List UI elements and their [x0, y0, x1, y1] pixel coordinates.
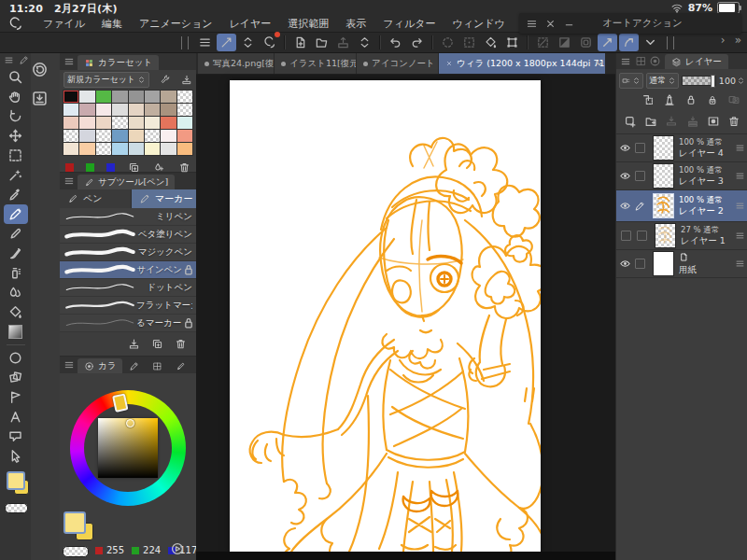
- brush-item-0[interactable]: ミリペン: [60, 208, 196, 226]
- delete-brush-icon[interactable]: [175, 338, 187, 350]
- toolbar-csp-button[interactable]: [260, 34, 279, 51]
- color-swatch-35[interactable]: [112, 143, 127, 155]
- layer-row-2[interactable]: 100 % 通常レイヤー 2: [616, 190, 747, 222]
- document-tab-0[interactable]: 写真24.png[復: [198, 53, 274, 74]
- color-swatch-10[interactable]: [96, 104, 111, 116]
- visibility-eye-icon[interactable]: [619, 170, 631, 182]
- blend-mode-select[interactable]: 通常: [646, 73, 679, 89]
- toolbar-chevdown-button[interactable]: [641, 34, 660, 51]
- toolbar-drag-handle[interactable]: [181, 36, 189, 49]
- brush-item-6[interactable]: るマーカー 文字用: [60, 315, 196, 332]
- layer-thumbnail[interactable]: [653, 163, 674, 189]
- menu-icon[interactable]: [63, 56, 75, 67]
- save-button[interactable]: [31, 90, 49, 107]
- tab-color-wheel[interactable]: カラ: [78, 358, 122, 373]
- color-swatch-15[interactable]: [177, 104, 192, 116]
- color-swatch-6[interactable]: [161, 91, 176, 103]
- tool-frame[interactable]: [4, 368, 28, 387]
- thumbnail-size-select[interactable]: [619, 73, 643, 89]
- layer-menu-icon[interactable]: [735, 259, 745, 269]
- delete-swatch-icon[interactable]: [178, 161, 190, 174]
- tool-rotate-view[interactable]: [4, 106, 28, 126]
- tool-eyedropper[interactable]: [4, 185, 28, 204]
- opacity-value[interactable]: 100: [719, 76, 745, 86]
- color-swatch-24[interactable]: [63, 130, 78, 142]
- toolbar-menu-button[interactable]: [195, 34, 215, 51]
- layer-row-4[interactable]: 用紙: [616, 250, 747, 278]
- clip-icon[interactable]: [641, 93, 655, 106]
- color-swatch-30[interactable]: [161, 130, 176, 142]
- opacity-slider[interactable]: [682, 76, 716, 86]
- foreground-color-swatch[interactable]: [7, 471, 25, 490]
- menu-icon[interactable]: [63, 359, 75, 371]
- maskcircle-icon[interactable]: [707, 115, 720, 128]
- color-swatch-33[interactable]: [79, 143, 94, 155]
- color-swatch-20[interactable]: [129, 117, 144, 129]
- layer-thumbnail[interactable]: [655, 223, 676, 248]
- merge-icon[interactable]: [686, 115, 699, 128]
- toolbar-selborder-button[interactable]: [576, 34, 596, 51]
- tool-figure[interactable]: [4, 348, 28, 368]
- layer-menu-icon[interactable]: [735, 143, 745, 153]
- layer-property-tab-icon[interactable]: [635, 55, 647, 67]
- menu-item-4[interactable]: 選択範囲: [279, 17, 337, 31]
- color-swatch-0[interactable]: [63, 91, 78, 103]
- color-swatch-18[interactable]: [96, 117, 111, 129]
- brush-item-2[interactable]: マジックペン: [60, 244, 196, 261]
- color-swatch-38[interactable]: [161, 143, 176, 155]
- tab-color-set[interactable]: カラーセット: [78, 55, 159, 70]
- maskoff-icon[interactable]: [727, 93, 740, 106]
- color-swatch-8[interactable]: [63, 104, 78, 116]
- layer-checkbox[interactable]: [635, 143, 645, 153]
- toolbar-invsel-button[interactable]: [555, 34, 574, 51]
- color-swatch-36[interactable]: [129, 143, 144, 155]
- tool-ruler[interactable]: [4, 387, 28, 407]
- menu-item-5[interactable]: 表示: [337, 17, 374, 31]
- color-swatch-4[interactable]: [129, 91, 144, 103]
- toolbar-penline-button[interactable]: [217, 34, 236, 51]
- close-icon[interactable]: [544, 18, 557, 30]
- tool-move-layer[interactable]: [4, 126, 28, 146]
- tool-operate[interactable]: [4, 446, 28, 466]
- color-swatch-32[interactable]: [63, 143, 78, 155]
- toolbar-snapcurve-button[interactable]: [619, 34, 639, 51]
- layer-thumbnail[interactable]: [653, 135, 674, 161]
- layer-checkbox[interactable]: [637, 231, 647, 241]
- duplicate-brush-icon[interactable]: [151, 338, 163, 350]
- menu-icon[interactable]: [526, 18, 538, 30]
- color-swatch-11[interactable]: [112, 104, 127, 116]
- color-swatch-5[interactable]: [145, 91, 160, 103]
- toolbar-newdoc-button[interactable]: [290, 34, 310, 51]
- alphalock-icon[interactable]: [706, 93, 719, 106]
- quick-swatch-2[interactable]: [106, 163, 115, 172]
- toolbar-undo-button[interactable]: [386, 34, 405, 51]
- trash-icon[interactable]: [727, 115, 740, 128]
- auto-action-panel-titlebar[interactable]: オートアクション: [519, 13, 741, 34]
- transfer-icon[interactable]: [665, 115, 678, 128]
- toolbar-redo-button[interactable]: [407, 34, 427, 51]
- tool-brush[interactable]: [4, 244, 28, 263]
- menu-icon[interactable]: [63, 175, 75, 187]
- tab-subtool-pen[interactable]: サブツール[ペン]: [78, 175, 175, 189]
- tool-balloon[interactable]: [4, 427, 28, 446]
- toolbar-snapline-button[interactable]: [598, 34, 617, 51]
- tool-selection[interactable]: [4, 146, 28, 165]
- menu-item-3[interactable]: レイヤー: [221, 17, 280, 31]
- visibility-eye-icon[interactable]: [619, 200, 631, 212]
- toolbar-chevrons-button[interactable]: [355, 34, 374, 51]
- menu-item-6[interactable]: フィルター: [374, 17, 444, 31]
- subtool-group-0[interactable]: ペン: [60, 189, 132, 208]
- visibility-eye-icon[interactable]: [619, 142, 631, 154]
- canvas-page[interactable]: [230, 80, 541, 552]
- tool-gradient[interactable]: [4, 322, 28, 342]
- tab-list-chevron-icon[interactable]: [593, 57, 606, 70]
- copy-swatch-icon[interactable]: [128, 161, 140, 174]
- foreground-color-swatch[interactable]: [63, 511, 86, 534]
- color-swatch-3[interactable]: [112, 91, 127, 103]
- minimize-icon[interactable]: [563, 18, 575, 30]
- subtool-group-1[interactable]: マーカー: [132, 189, 204, 208]
- wrench-icon[interactable]: [160, 74, 171, 86]
- transparent-color-swatch[interactable]: [63, 546, 89, 557]
- tool-pen[interactable]: [4, 224, 28, 244]
- color-swatch-28[interactable]: [129, 130, 144, 142]
